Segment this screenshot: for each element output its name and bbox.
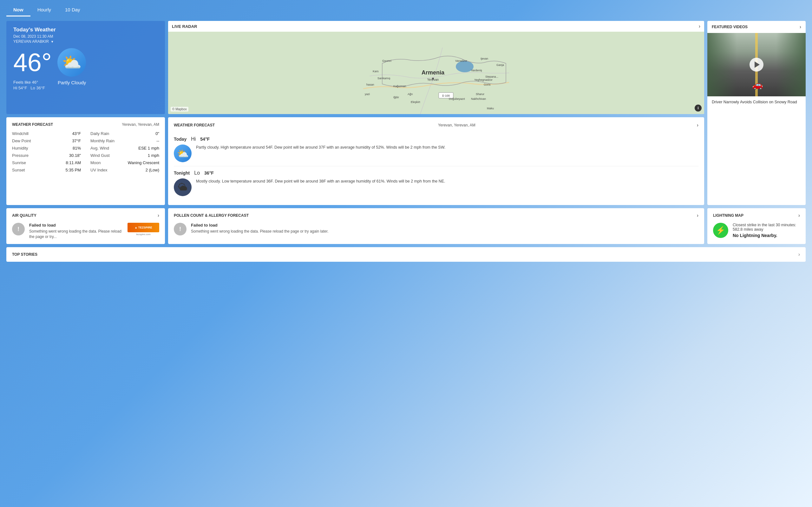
sunrise-value: 8:11 AM	[66, 160, 81, 165]
pollen-count-expand-icon[interactable]: ›	[697, 213, 699, 218]
map-info-button[interactable]: i	[695, 105, 702, 112]
weather-location[interactable]: YEREVAN ARABKIR ▼	[13, 39, 158, 44]
temp-row: 46° ⛅	[13, 48, 158, 77]
humidity-label: Humidity	[12, 146, 28, 151]
lightning-text: Closest strike in the last 30 minutes: 5…	[733, 223, 796, 238]
moon-row: Moon Waning Crescent	[90, 160, 159, 165]
sunset-label: Sunset	[12, 168, 25, 172]
tab-hourly[interactable]: Hourly	[31, 4, 58, 16]
radar-map[interactable]: Armenia Yerevan Vanadzor Ijevan Gyumri K…	[168, 32, 704, 114]
dew-point-value: 37°F	[72, 138, 81, 143]
today-period-name: Today	[174, 136, 187, 142]
sunset-row: Sunset 5:35 PM	[12, 168, 81, 172]
svg-text:D 100: D 100	[442, 94, 450, 97]
forecast-details-location: Yerevan, Yerevan, AM	[122, 122, 159, 127]
live-radar-card: LIVE RADAR › Armenia Yerevan	[168, 21, 704, 114]
avg-wind-row: Avg. Wind ESE 1 mph	[90, 146, 159, 151]
featured-videos-expand-icon[interactable]: ›	[800, 24, 801, 30]
weather-title: Today's Weather	[13, 26, 158, 33]
svg-text:Kağızman: Kağızman	[393, 84, 406, 88]
sunset-value: 5:35 PM	[66, 168, 81, 172]
location-chevron-icon: ▼	[51, 40, 54, 43]
sunrise-row: Sunrise 8:11 AM	[12, 160, 81, 165]
uv-index-row: UV Index 2 (Low)	[90, 168, 159, 172]
todays-weather-card: Today's Weather Dec 08, 2023 11:30 AM YE…	[6, 21, 165, 114]
air-quality-header: AIR QUALITY ›	[12, 213, 159, 218]
windchill-label: Windchill	[12, 131, 29, 136]
humidity-value: 81%	[72, 146, 81, 151]
pollen-count-title: POLLEN COUNT & ALLERGY FORECAST	[174, 213, 249, 218]
pollen-count-error-msg: Something went wrong loading the data. P…	[191, 229, 328, 234]
lightning-map-card: LIGHTNING MAP › ⚡ Closest strike in the …	[707, 208, 806, 244]
nav-tabs: Now Hourly 10 Day	[0, 0, 812, 16]
tonight-period-header: Tonight Lo 36°F	[174, 170, 699, 176]
svg-text:Maku: Maku	[487, 107, 494, 110]
pollen-count-error-text: Failed to load Something went wrong load…	[191, 223, 328, 234]
top-stories-expand-icon[interactable]: ›	[798, 251, 800, 257]
pressure-value: 30.18"	[69, 153, 81, 158]
pollen-count-error: ! Failed to load Something went wrong lo…	[174, 223, 699, 235]
uv-index-label: UV Index	[90, 168, 107, 172]
video-thumbnail[interactable]: 🚗	[707, 33, 806, 96]
lightning-distance-value: 582.8 miles away	[733, 227, 763, 232]
air-quality-expand-icon[interactable]: ›	[158, 213, 159, 218]
humidity-row: Humidity 81%	[12, 146, 81, 151]
monthly-rain-row: Monthly Rain --	[90, 138, 159, 143]
forecast-periods-expand-icon[interactable]: ›	[697, 122, 699, 128]
today-period-header: Today Hi 54°F	[174, 136, 699, 142]
tonight-description: Mostly cloudy. Low temperature around 36…	[196, 178, 445, 184]
svg-text:Stepana...: Stepana...	[485, 75, 498, 78]
video-play-button[interactable]	[750, 58, 763, 72]
air-quality-error-icon: !	[12, 223, 25, 235]
svg-text:Armenia: Armenia	[421, 69, 445, 76]
avg-wind-value: ESE 1 mph	[138, 146, 159, 151]
svg-text:Goris: Goris	[484, 83, 491, 86]
feels-like: Feels like 46° Hi 54°F Lo 36°F	[13, 80, 45, 90]
moon-label: Moon	[90, 160, 101, 165]
windchill-row: Windchill 43°F	[12, 131, 81, 136]
svg-text:Sharur: Sharur	[476, 93, 484, 96]
forecast-tonight-period: Tonight Lo 36°F 🌥 Mostly cloudy. Low tem…	[174, 166, 699, 200]
today-weather-icon: ⛅	[174, 145, 192, 162]
windchill-value: 43°F	[72, 131, 81, 136]
wind-gust-value: 1 mph	[148, 153, 159, 158]
svg-text:Doğubeyazıt: Doğubeyazıt	[449, 97, 465, 101]
tonight-temp-value: 36°F	[204, 170, 214, 176]
video-car-icon: 🚗	[752, 79, 763, 90]
daily-rain-row: Daily Rain 0"	[90, 131, 159, 136]
air-quality-title: AIR QUALITY	[12, 213, 37, 218]
svg-text:Yeghegnadzor: Yeghegnadzor	[474, 78, 493, 81]
ad-placeholder: ▲ TEZSPIRE tezspire.com	[128, 223, 159, 236]
lightning-content: ⚡ Closest strike in the last 30 minutes:…	[713, 223, 800, 238]
svg-text:Kars: Kars	[373, 70, 379, 73]
weather-description-row: Feels like 46° Hi 54°F Lo 36°F Partly Cl…	[13, 80, 158, 90]
pollen-count-card: POLLEN COUNT & ALLERGY FORECAST › ! Fail…	[168, 208, 704, 244]
forecast-details-grid: Windchill 43°F Daily Rain 0" Dew Point 3…	[12, 131, 159, 172]
monthly-rain-label: Monthly Rain	[90, 138, 114, 143]
daily-rain-value: 0"	[155, 131, 159, 136]
svg-text:Vardeniş: Vardeniş	[471, 69, 482, 72]
tab-now[interactable]: Now	[6, 4, 31, 16]
lightning-map-expand-icon[interactable]: ›	[798, 213, 800, 218]
tab-10day[interactable]: 10 Day	[58, 4, 87, 16]
today-period-body: ⛅ Partly cloudy. High temperature around…	[174, 145, 699, 162]
lightning-distance-text: Closest strike in the last 30 minutes:	[733, 223, 796, 227]
lightning-status-text: No Lightning Nearby.	[733, 233, 796, 238]
map-svg: Armenia Yerevan Vanadzor Ijevan Gyumri K…	[168, 32, 704, 114]
radar-title: LIVE RADAR	[172, 24, 197, 29]
air-quality-card: AIR QUALITY › ! Failed to load Something…	[6, 208, 165, 244]
pollen-count-error-title: Failed to load	[191, 223, 328, 228]
today-temp-value: 54°F	[200, 136, 210, 142]
weather-condition-icon: ⛅	[57, 48, 86, 77]
wind-gust-row: Wind Gust 1 mph	[90, 153, 159, 158]
tonight-period-name: Tonight	[174, 170, 190, 176]
svg-text:Vanadzor: Vanadzor	[455, 59, 467, 62]
pressure-row: Pressure 30.18"	[12, 153, 81, 158]
air-quality-error-title: Failed to load	[29, 223, 123, 228]
today-temp-label: Hi	[191, 136, 196, 142]
lightning-map-header: LIGHTNING MAP ›	[713, 213, 800, 218]
temperature-display: 46°	[13, 50, 52, 75]
radar-expand-icon[interactable]: ›	[699, 23, 700, 29]
svg-text:Ganja: Ganja	[496, 63, 504, 66]
air-quality-error-text: Failed to load Something went wrong load…	[29, 223, 123, 239]
